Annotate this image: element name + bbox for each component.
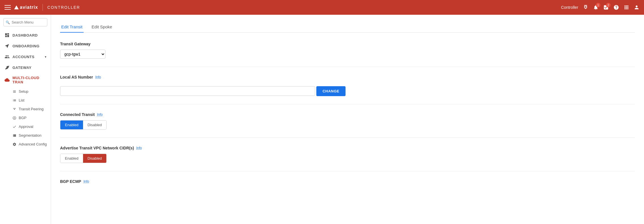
advertise-vpc-label: Advertise Transit VPC Network CIDR(s) In… <box>60 146 635 150</box>
top-navigation: aviatrix Controller Controller ⏱ 1 2 <box>0 0 644 15</box>
sidebar-item-setup[interactable]: Setup <box>9 87 51 96</box>
advertise-vpc-enabled-btn[interactable]: Enabled <box>60 154 83 163</box>
timer-icon[interactable]: ⏱ <box>583 5 588 10</box>
tasks-badge: 2 <box>606 3 611 7</box>
notifications-badge: 1 <box>596 3 600 7</box>
sidebar: 🔍 Dashboard Onboarding Accounts ▾ Gatewa… <box>0 15 51 224</box>
accounts-arrow-icon: ▾ <box>45 55 46 58</box>
brand-divider <box>43 4 43 11</box>
connected-transit-label: Connected Transit Info <box>60 112 635 117</box>
bgp-ecmp-label: BGP ECMP Info <box>60 179 635 184</box>
local-as-number-section: Local AS Number Info CHANGE <box>60 75 635 104</box>
advertise-vpc-disabled-btn[interactable]: Disabled <box>83 154 107 163</box>
transit-gateway-section: Transit Gateway gcp-tgw1 <box>60 42 635 67</box>
sidebar-item-segmentation[interactable]: Segmentation <box>9 131 51 140</box>
tab-bar: Edit Transit Edit Spoke <box>60 22 635 33</box>
connected-transit-disabled-btn[interactable]: Disabled <box>83 121 107 129</box>
transit-gateway-label: Transit Gateway <box>60 42 635 46</box>
apps-icon[interactable] <box>624 5 629 10</box>
sidebar-item-bgp[interactable]: BGP <box>9 113 51 122</box>
local-as-number-input[interactable] <box>60 86 315 96</box>
sidebar-item-transit-peering[interactable]: Transit Peering <box>9 105 51 113</box>
advertise-vpc-toggle: Enabled Disabled <box>60 154 107 163</box>
connected-transit-toggle: Enabled Disabled <box>60 120 107 130</box>
bgp-ecmp-info-link[interactable]: Info <box>83 179 89 183</box>
local-as-number-label: Local AS Number Info <box>60 75 635 79</box>
connected-transit-info-link[interactable]: Info <box>97 113 103 117</box>
multicloud-subnav: Setup List Transit Peering BGP Approval … <box>0 87 51 149</box>
sidebar-item-onboarding[interactable]: Onboarding <box>0 41 51 51</box>
search-icon: 🔍 <box>6 20 10 24</box>
hamburger-menu[interactable] <box>5 5 11 10</box>
tab-edit-spoke[interactable]: Edit Spoke <box>90 22 113 33</box>
svg-text:⏱: ⏱ <box>585 6 587 8</box>
user-icon[interactable] <box>634 5 639 10</box>
help-icon[interactable] <box>613 5 619 10</box>
transit-gateway-select[interactable]: gcp-tgw1 <box>60 50 105 59</box>
local-as-info-link[interactable]: Info <box>95 75 101 79</box>
tasks-icon[interactable]: 2 <box>603 5 609 10</box>
tab-edit-transit[interactable]: Edit Transit <box>60 22 84 33</box>
aviatrix-icon: aviatrix <box>14 5 38 10</box>
search-box[interactable]: 🔍 <box>3 18 47 26</box>
connected-transit-section: Connected Transit Info Enabled Disabled <box>60 112 635 138</box>
sidebar-item-approval[interactable]: Approval <box>9 122 51 131</box>
advertise-vpc-info-link[interactable]: Info <box>136 146 142 150</box>
advertise-vpc-section: Advertise Transit VPC Network CIDR(s) In… <box>60 146 635 171</box>
sidebar-item-list[interactable]: List <box>9 96 51 105</box>
sidebar-item-dashboard[interactable]: Dashboard <box>0 30 51 41</box>
brand-logo: aviatrix Controller <box>14 4 80 11</box>
search-input[interactable] <box>3 18 47 26</box>
sidebar-item-accounts[interactable]: Accounts ▾ <box>0 51 51 62</box>
sidebar-item-advanced-config[interactable]: Advanced Config <box>9 140 51 149</box>
notifications-icon[interactable]: 1 <box>593 5 599 10</box>
sidebar-item-gateway[interactable]: Gateway <box>0 62 51 73</box>
bgp-ecmp-section: BGP ECMP Info <box>60 179 635 195</box>
change-button[interactable]: CHANGE <box>316 86 346 96</box>
controller-label: Controller <box>561 5 578 10</box>
svg-point-1 <box>14 117 15 119</box>
connected-transit-enabled-btn[interactable]: Enabled <box>60 121 83 129</box>
main-content: Edit Transit Edit Spoke Transit Gateway … <box>51 15 644 224</box>
sidebar-item-multicloud[interactable]: Multi-Cloud Tran <box>0 73 51 87</box>
